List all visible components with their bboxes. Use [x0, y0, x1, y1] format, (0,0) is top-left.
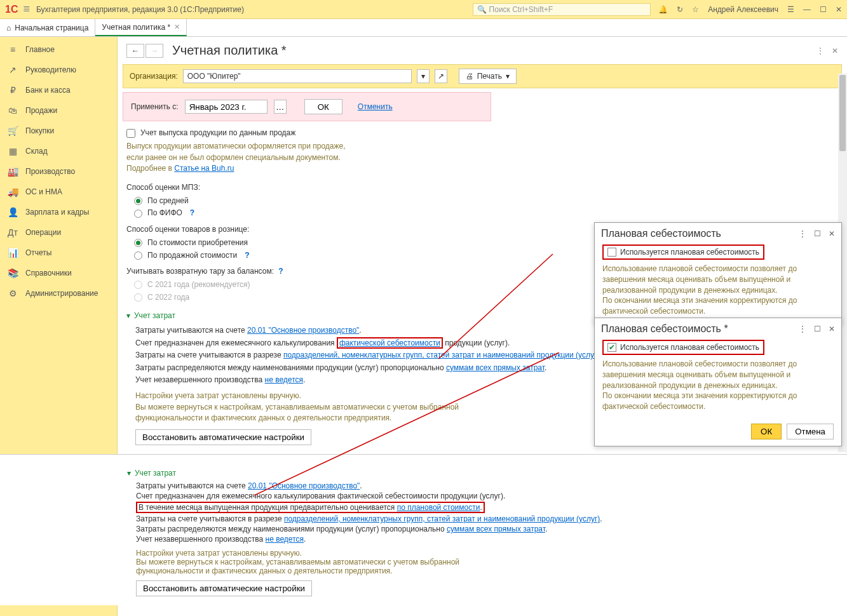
- org-combo[interactable]: ООО "Юпитер": [183, 69, 412, 83]
- account-link[interactable]: 20.01 "Основное производство": [247, 326, 359, 335]
- sidebar-item-sales[interactable]: 🛍Продажи: [0, 100, 117, 121]
- release-checkbox[interactable]: [126, 129, 135, 138]
- direct-costs-link[interactable]: суммам всех прямых затрат: [446, 363, 545, 372]
- sidebar-label: Продажи: [25, 106, 57, 115]
- sidebar-item-warehouse[interactable]: ▦Склад: [0, 141, 117, 161]
- sidebar-item-bank[interactable]: ₽Банк и касса: [0, 80, 117, 100]
- text: продукции (услуг).: [443, 338, 510, 347]
- page-title: Учетная политика *: [172, 43, 287, 58]
- checkbox-icon: [607, 248, 616, 257]
- text: Затраты учитываются на счете: [135, 326, 247, 335]
- nav-forward-button[interactable]: →: [146, 44, 163, 58]
- apply-cancel-link[interactable]: Отменить: [358, 102, 393, 111]
- popup-ok-button[interactable]: ОК: [751, 424, 782, 439]
- release-checkbox-row[interactable]: Учет выпуска продукции по данным продаж: [126, 128, 838, 138]
- apply-date-picker-button[interactable]: …: [274, 100, 287, 114]
- sidebar-item-assets[interactable]: 🚚ОС и НМА: [0, 182, 117, 202]
- planned-cost-checkbox-row[interactable]: Используется плановая себестоимость: [602, 244, 764, 260]
- history-icon[interactable]: ↻: [677, 5, 683, 14]
- restore-auto-button[interactable]: Восстановить автоматические настройки: [135, 429, 311, 445]
- sidebar-item-purchases[interactable]: 🛒Покупки: [0, 121, 117, 141]
- sidebar-item-production[interactable]: 🏭Производство: [0, 161, 117, 182]
- org-dropdown-button[interactable]: ▾: [417, 69, 430, 83]
- checkbox-label: Используется плановая себестоимость: [620, 248, 759, 257]
- page-menu-icon[interactable]: ⋮: [817, 46, 824, 55]
- release-hint: Выпуск продукции автоматически оформляет…: [126, 141, 838, 174]
- restore-auto-button-2[interactable]: Восстановить автоматические настройки: [136, 580, 312, 596]
- hint-line: Подробнее в: [126, 164, 174, 173]
- print-button[interactable]: 🖨 Печать ▾: [459, 69, 517, 84]
- cost-block-2: Затраты учитываются на счете 20.01 "Осно…: [136, 481, 838, 596]
- sidebar-label: Операции: [25, 228, 61, 237]
- ruble-icon: ₽: [8, 85, 18, 95]
- user-name[interactable]: Андрей Алексеевич: [708, 5, 778, 14]
- popup-maximize-icon[interactable]: ☐: [814, 325, 821, 333]
- global-search[interactable]: 🔍 Поиск Ctrl+Shift+F: [473, 3, 651, 16]
- wip-link[interactable]: не ведется: [266, 535, 304, 544]
- apply-ok-button[interactable]: ОК: [304, 99, 342, 114]
- sections-link[interactable]: подразделений, номенклатурных групп, ста…: [283, 351, 599, 359]
- minimize-icon[interactable]: —: [803, 5, 811, 14]
- org-open-button[interactable]: ↗: [435, 69, 447, 83]
- popup-cancel-button[interactable]: Отмена: [787, 424, 834, 439]
- page-close-icon[interactable]: ✕: [832, 46, 838, 55]
- maximize-icon[interactable]: ☐: [820, 5, 827, 14]
- planned-cost-checkbox-row[interactable]: ✔ Используется плановая себестоимость: [602, 340, 764, 355]
- radio-label: По средней: [147, 196, 189, 206]
- buhru-link[interactable]: Статье на Buh.ru: [174, 164, 234, 173]
- popup-menu-icon[interactable]: ⋮: [799, 325, 806, 333]
- settings-lines-icon[interactable]: ☰: [787, 5, 794, 14]
- hint-line: если ранее он не был оформлен специальны…: [126, 152, 838, 163]
- direct-costs-link[interactable]: суммам всех прямых затрат: [447, 525, 545, 533]
- help-icon[interactable]: ?: [245, 250, 249, 261]
- bell-icon[interactable]: 🔔: [658, 5, 668, 14]
- close-icon[interactable]: ✕: [836, 5, 842, 14]
- mpz-radio-avg[interactable]: По средней: [134, 196, 838, 206]
- nav-back-button[interactable]: ←: [126, 44, 144, 58]
- help-icon[interactable]: ?: [278, 267, 283, 276]
- help-icon[interactable]: ?: [190, 208, 194, 218]
- sidebar-item-main[interactable]: ≡Главное: [0, 39, 117, 60]
- apply-date-input[interactable]: [185, 100, 268, 114]
- sidebar-label: Справочники: [25, 269, 72, 278]
- main-menu-icon[interactable]: ≡: [23, 3, 30, 16]
- sidebar-item-catalogs[interactable]: 📚Справочники: [0, 263, 117, 283]
- popup-close-icon[interactable]: ✕: [829, 229, 835, 238]
- account-link[interactable]: 20.01 "Основное производство": [248, 481, 360, 490]
- mpz-label: Способ оценки МПЗ:: [126, 182, 838, 193]
- sidebar-item-reports[interactable]: 📊Отчеты: [0, 243, 117, 263]
- sidebar-item-salary[interactable]: 👤Зарплата и кадры: [0, 202, 117, 222]
- popup-close-icon[interactable]: ✕: [829, 325, 835, 333]
- home-icon: ⌂: [6, 23, 11, 32]
- planned-cost-link[interactable]: по плановой стоимости: [397, 503, 480, 512]
- tab-close-icon[interactable]: ✕: [174, 23, 180, 31]
- sidebar-item-admin[interactable]: ⚙Администрирование: [0, 283, 117, 304]
- tab-home[interactable]: ⌂ Начальная страница: [0, 19, 95, 36]
- sidebar-item-operations[interactable]: ДтОперации: [0, 222, 117, 243]
- radio-icon: [134, 293, 142, 302]
- actual-cost-link[interactable]: фактической себестоимости: [337, 337, 443, 349]
- star-icon[interactable]: ☆: [692, 5, 699, 14]
- wip-link[interactable]: не ведется: [265, 375, 303, 384]
- popup-maximize-icon[interactable]: ☐: [814, 229, 821, 238]
- mpz-radio-fifo[interactable]: По ФИФО?: [134, 208, 838, 218]
- search-icon: 🔍: [477, 5, 487, 14]
- scrollbar-thumb[interactable]: [839, 75, 846, 151]
- sidebar-label: Руководителю: [25, 65, 76, 74]
- radio-icon: [134, 210, 142, 218]
- truck-icon: 🚚: [8, 187, 18, 197]
- cost-expander-2[interactable]: Учет затрат: [127, 469, 838, 478]
- tab-accounting-policy[interactable]: Учетная политика * ✕: [95, 19, 187, 36]
- sections-link[interactable]: подразделений, номенклатурных групп, ста…: [284, 514, 600, 523]
- apply-bar: Применить с: … ОК Отменить: [123, 92, 491, 121]
- text: Учет незавершенного производства: [136, 535, 266, 544]
- cost-block-2-panel: Учет затрат Затраты учитываются на счете…: [0, 454, 847, 605]
- text: Счет предназначен для ежемесячного кальк…: [135, 338, 337, 347]
- apply-label: Применить с:: [131, 102, 179, 111]
- sidebar-item-manager[interactable]: ↗Руководителю: [0, 60, 117, 80]
- sidebar-label: Администрирование: [25, 289, 98, 298]
- text: Учет незавершенного производства: [135, 375, 265, 384]
- popup-title: Плановая себестоимость: [601, 228, 799, 239]
- popup-menu-icon[interactable]: ⋮: [799, 229, 806, 238]
- text: Затраты распределяются между наименовани…: [135, 363, 446, 372]
